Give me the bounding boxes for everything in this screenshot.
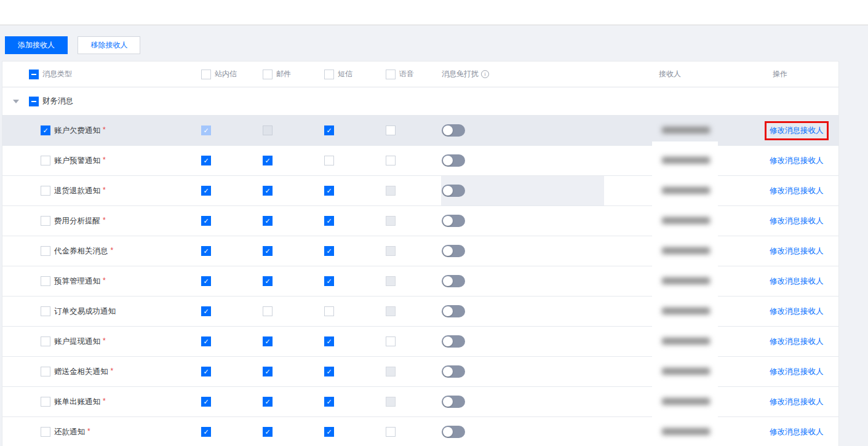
- modify-recipient-link[interactable]: 修改消息接收人: [770, 387, 824, 416]
- email-checkbox[interactable]: ✓: [263, 367, 273, 376]
- sms-checkbox[interactable]: ✓: [324, 186, 334, 196]
- voice-checkbox[interactable]: ✓: [386, 125, 396, 135]
- sms-checkbox[interactable]: ✓: [324, 367, 334, 376]
- email-checkbox[interactable]: ✓: [263, 186, 273, 196]
- site-message-checkbox[interactable]: ✓: [201, 427, 211, 437]
- site-message-checkbox[interactable]: ✓: [201, 186, 211, 196]
- site-message-checkbox[interactable]: ✓: [201, 276, 211, 286]
- column-header-voice: ✓ 语音: [386, 62, 414, 87]
- email-select-all-checkbox[interactable]: ✓: [263, 70, 273, 79]
- site-message-checkbox[interactable]: ✓: [201, 306, 211, 316]
- sms-checkbox[interactable]: ✓: [324, 306, 334, 316]
- sms-checkbox[interactable]: ✓: [324, 156, 334, 165]
- dnd-toggle[interactable]: [442, 215, 465, 227]
- voice-checkbox: ✓: [386, 306, 396, 316]
- site-message-checkbox[interactable]: ✓: [201, 336, 211, 346]
- message-type-label: 费用分析提醒: [54, 216, 100, 226]
- remove-recipient-button[interactable]: 移除接收人: [78, 36, 140, 54]
- row-select-checkbox[interactable]: ✓: [41, 397, 50, 407]
- site-message-checkbox[interactable]: ✓: [201, 216, 211, 226]
- modify-recipient-link[interactable]: 修改消息接收人: [770, 417, 824, 446]
- column-header-recipient: 接收人: [659, 62, 681, 87]
- recipient-redacted: [662, 247, 710, 254]
- dnd-toggle[interactable]: [442, 275, 465, 287]
- email-checkbox[interactable]: ✓: [263, 216, 273, 226]
- sms-checkbox[interactable]: ✓: [324, 336, 334, 346]
- email-checkbox[interactable]: ✓: [263, 427, 273, 437]
- message-type-label: 账户预警通知: [54, 156, 100, 166]
- sms-checkbox[interactable]: ✓: [324, 427, 334, 437]
- row-select-checkbox[interactable]: ✓: [41, 186, 50, 196]
- collapse-expander-icon[interactable]: [13, 100, 19, 103]
- table-header-row: 消息类型 ✓ 站内信 ✓ 邮件 ✓ 短信 ✓ 语音 消息免打扰 i: [2, 62, 838, 87]
- email-checkbox[interactable]: ✓: [263, 306, 273, 316]
- site-message-checkbox[interactable]: ✓: [201, 246, 211, 256]
- message-subscription-table: 消息类型 ✓ 站内信 ✓ 邮件 ✓ 短信 ✓ 语音 消息免打扰 i: [2, 61, 839, 446]
- modify-recipient-link[interactable]: 修改消息接收人: [770, 176, 824, 205]
- row-select-checkbox[interactable]: ✓: [41, 427, 50, 437]
- row-select-checkbox[interactable]: ✓: [41, 367, 50, 376]
- recipient-redacted: [662, 428, 710, 435]
- voice-checkbox[interactable]: ✓: [386, 427, 396, 437]
- dnd-toggle[interactable]: [442, 426, 465, 438]
- email-checkbox[interactable]: ✓: [263, 397, 273, 407]
- dnd-toggle[interactable]: [442, 154, 465, 167]
- email-checkbox[interactable]: ✓: [263, 156, 273, 165]
- row-select-checkbox[interactable]: ✓: [41, 246, 50, 256]
- voice-select-all-checkbox[interactable]: ✓: [386, 70, 396, 79]
- recipient-redacted: [662, 127, 710, 133]
- dnd-toggle[interactable]: [442, 305, 465, 317]
- message-type-label: 订单交易成功通知: [54, 306, 116, 317]
- modify-recipient-link[interactable]: 修改消息接收人: [770, 146, 824, 175]
- dnd-toggle[interactable]: [442, 365, 465, 378]
- modify-recipient-link[interactable]: 修改消息接收人: [770, 327, 824, 356]
- group-select-checkbox[interactable]: [29, 97, 39, 106]
- recipient-redacted: [662, 398, 710, 405]
- message-type-label: 账户提现通知: [54, 336, 100, 347]
- group-label: 财务消息: [42, 96, 73, 106]
- group-row-finance: 财务消息: [2, 87, 838, 116]
- email-checkbox[interactable]: ✓: [263, 246, 273, 256]
- voice-checkbox[interactable]: ✓: [386, 156, 396, 165]
- voice-checkbox[interactable]: ✓: [386, 336, 396, 346]
- required-mark: *: [103, 186, 106, 194]
- email-checkbox[interactable]: ✓: [263, 276, 273, 286]
- site-message-checkbox[interactable]: ✓: [201, 156, 211, 165]
- recipient-redacted: [662, 277, 710, 284]
- site-message-checkbox[interactable]: ✓: [201, 397, 211, 407]
- info-icon[interactable]: i: [481, 70, 489, 78]
- sms-checkbox[interactable]: ✓: [324, 397, 334, 407]
- dnd-toggle[interactable]: [442, 185, 465, 197]
- sms-checkbox[interactable]: ✓: [324, 276, 334, 286]
- row-select-checkbox[interactable]: ✓: [41, 336, 50, 346]
- modify-recipient-link[interactable]: 修改消息接收人: [770, 266, 824, 296]
- modify-recipient-link[interactable]: 修改消息接收人: [770, 297, 824, 326]
- message-type-label: 退货退款通知: [54, 186, 100, 196]
- dnd-toggle[interactable]: [442, 335, 465, 348]
- modify-recipient-link[interactable]: 修改消息接收人: [770, 357, 824, 386]
- row-select-checkbox[interactable]: ✓: [41, 125, 50, 135]
- modify-recipient-link[interactable]: 修改消息接收人: [770, 236, 824, 266]
- row-select-checkbox[interactable]: ✓: [41, 306, 50, 316]
- sms-checkbox[interactable]: ✓: [324, 246, 334, 256]
- dnd-cell-hover-highlight: [441, 176, 604, 205]
- row-select-checkbox[interactable]: ✓: [41, 276, 50, 286]
- email-checkbox[interactable]: ✓: [263, 336, 273, 346]
- dnd-toggle[interactable]: [442, 124, 465, 137]
- select-all-checkbox[interactable]: [29, 70, 39, 79]
- sms-checkbox[interactable]: ✓: [324, 216, 334, 226]
- add-recipient-button[interactable]: 添加接收人: [5, 36, 68, 54]
- dnd-toggle[interactable]: [442, 396, 465, 408]
- sms-checkbox[interactable]: ✓: [324, 125, 334, 135]
- row-select-checkbox[interactable]: ✓: [41, 216, 50, 226]
- row-select-checkbox[interactable]: ✓: [41, 156, 50, 165]
- voice-checkbox: ✓: [386, 397, 396, 407]
- dnd-toggle[interactable]: [442, 245, 465, 257]
- sms-select-all-checkbox[interactable]: ✓: [324, 70, 334, 79]
- modify-recipient-link[interactable]: 修改消息接收人: [770, 125, 824, 136]
- site-message-checkbox[interactable]: ✓: [201, 367, 211, 376]
- voice-checkbox: ✓: [386, 367, 396, 376]
- voice-checkbox: ✓: [386, 246, 396, 256]
- site-message-select-all-checkbox[interactable]: ✓: [201, 70, 211, 79]
- modify-recipient-link[interactable]: 修改消息接收人: [770, 206, 824, 236]
